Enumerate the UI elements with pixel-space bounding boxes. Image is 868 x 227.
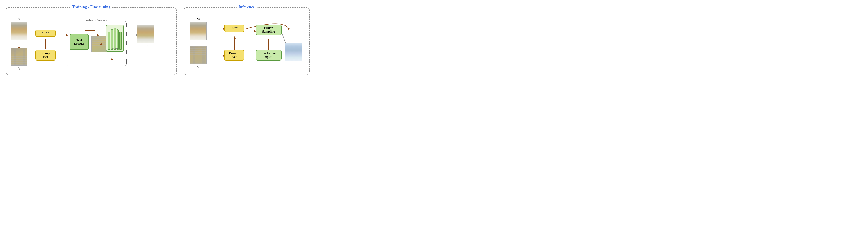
- inference-section: Inference: [184, 7, 310, 75]
- xt-noisy-image: [10, 47, 28, 66]
- s-star-box-inference: "S*": [224, 25, 244, 32]
- unet-label: UNet: [112, 47, 118, 50]
- prompt-net-box-inference: Prompt Net: [224, 50, 244, 61]
- svg-line-29: [282, 33, 285, 42]
- text-encoder-box: Text Encoder: [70, 34, 89, 50]
- xt-inference-image: xt: [190, 46, 207, 69]
- output-image: [137, 25, 154, 43]
- training-section: Training / Fine-tuning: [6, 7, 177, 75]
- main-container: Training / Fine-tuning: [2, 3, 313, 79]
- unet-box: UNet: [106, 25, 124, 52]
- prompt-net-box-training: Prompt Net: [35, 50, 56, 61]
- inference-title: Inference: [237, 5, 257, 9]
- fusion-sampling-box: Fusion Sampling: [256, 25, 281, 35]
- anime-style-box: "in Anime style": [256, 50, 281, 61]
- sd-xt-arrow: [98, 42, 104, 55]
- svg-marker-23: [234, 36, 236, 38]
- s-star-box-training: "S*": [35, 30, 56, 37]
- xt-inference-noisy: [190, 46, 207, 64]
- x0bar-label: x0: [10, 17, 28, 40]
- anime-output-image: [285, 43, 302, 61]
- output-image-col: xt-1: [137, 25, 154, 48]
- inference-flow: x0 xt "S*" Prompt Net: [188, 14, 303, 70]
- sd-internal-arrow: [85, 25, 97, 36]
- svg-marker-28: [288, 28, 290, 30]
- x0bar-image: [10, 22, 28, 40]
- svg-marker-15: [93, 30, 95, 31]
- anime-output-col: xt-1: [285, 43, 302, 66]
- x0-inference-label: x0: [190, 17, 207, 40]
- training-title: Training / Fine-tuning: [70, 5, 113, 9]
- svg-marker-17: [100, 42, 102, 45]
- sd-box: Stable Diffusion 2 Text Encoder xt: [66, 21, 127, 66]
- x0-inference-image: [190, 22, 207, 40]
- svg-marker-3: [44, 38, 46, 41]
- training-flow: x0 xt Prompt Net "S*": [10, 14, 170, 70]
- xt-left-image: xt: [10, 47, 28, 70]
- svg-marker-27: [268, 38, 269, 41]
